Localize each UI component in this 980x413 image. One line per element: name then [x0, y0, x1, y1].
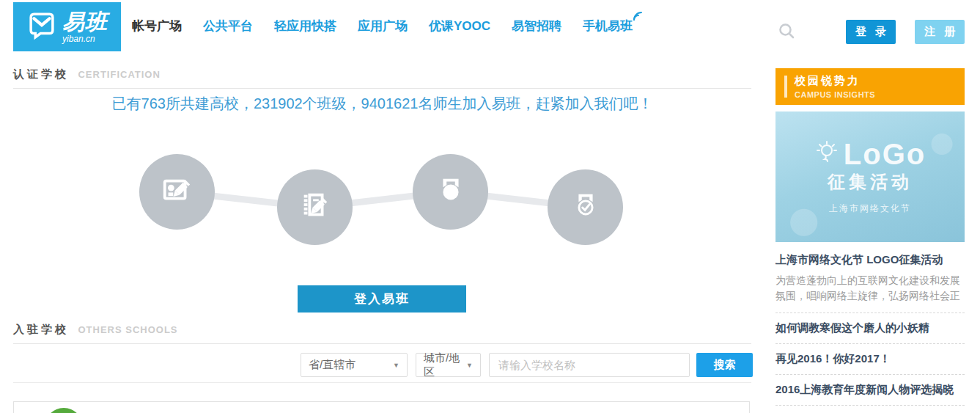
yiban-logo[interactable]: 易班 yiban.cn [13, 2, 121, 51]
sidebar-header: 校园锐势力 CAMPUS INSIGHTS [775, 68, 965, 105]
nav-item-yooc[interactable]: 优课YOOC [429, 18, 490, 34]
brand-name: 易班 [62, 11, 108, 33]
sidebar-title-cn: 校园锐势力 [795, 74, 965, 88]
others-title-en: OTHERS SCHOOLS [78, 324, 177, 335]
school-name-input[interactable] [489, 353, 690, 377]
news-item[interactable]: 上海市网络文化节 LOGO征集活动 为营造蓬勃向上的互联网文化建设和发展氛围，唱… [775, 245, 965, 313]
search-button[interactable]: 搜索 [696, 353, 753, 377]
join-stats-text: 已有763所共建高校，231902个班级，9401621名师生加入易班，赶紧加入… [13, 94, 751, 114]
news-title: 2016上海教育年度新闻人物评选揭晓 [775, 383, 965, 396]
sidebar-header-accent-bar [784, 76, 787, 98]
city-select[interactable]: 城市/地区 ▼ [416, 353, 481, 377]
signal-icon [633, 10, 643, 25]
chevron-down-icon: ▼ [466, 362, 473, 369]
news-title: 上海市网络文化节 LOGO征集活动 [775, 253, 965, 266]
certificate-edit-icon [161, 174, 194, 211]
province-select[interactable]: 省/直辖市 ▼ [301, 353, 408, 377]
news-title: 再见2016！你好2017！ [775, 352, 965, 365]
news-desc: 为营造蓬勃向上的互联网文化建设和发展氛围，唱响网络主旋律，弘扬网络社会正 [775, 273, 965, 304]
page-root: 易班 yiban.cn 帐号广场 公共平台 轻应用快搭 应用广场 优课YOOC … [0, 0, 980, 413]
step-circle-register [139, 154, 215, 230]
logo-text: 易班 yiban.cn [62, 11, 108, 43]
step-circle-fill-info [277, 169, 353, 245]
news-item[interactable]: 春节要来了！你准备好回家了吗？ [775, 406, 965, 413]
city-select-value: 城市/地区 [424, 351, 460, 379]
section-divider [13, 382, 751, 383]
banner-logo-text: LoGo [844, 139, 926, 169]
news-item[interactable]: 如何调教寒假这个磨人的小妖精 [775, 313, 965, 344]
certification-title-cn: 认证学校 [13, 67, 69, 80]
nav-item-recruit[interactable]: 易智招聘 [512, 18, 561, 34]
login-button[interactable]: 登 录 [846, 20, 896, 44]
chevron-down-icon: ▼ [393, 362, 399, 369]
certification-section-heading: 认证学校 CERTIFICATION [13, 67, 751, 89]
news-item[interactable]: 再见2016！你好2017！ [775, 344, 965, 375]
province-select-value: 省/直辖市 [309, 358, 355, 372]
enter-yiban-button[interactable]: 登入易班 [298, 285, 466, 313]
main-nav: 帐号广场 公共平台 轻应用快搭 应用广场 优课YOOC 易智招聘 手机易班 [132, 0, 633, 51]
nav-item-app-plaza[interactable]: 应用广场 [358, 18, 408, 34]
nav-item-public-platform[interactable]: 公共平台 [203, 18, 253, 34]
campaign-banner[interactable]: LoGo 征集活动 上海市网络文化节 [775, 112, 965, 242]
news-item[interactable]: 2016上海教育年度新闻人物评选揭晓 [775, 375, 965, 406]
nav-item-light-apps[interactable]: 轻应用快搭 [274, 18, 336, 34]
yiban-logo-icon [26, 10, 57, 44]
step-circle-medal [413, 154, 488, 230]
register-button[interactable]: 注 册 [915, 20, 965, 44]
nav-item-account-plaza[interactable]: 帐号广场 [132, 18, 182, 34]
banner-subtitle: 征集活动 [828, 170, 913, 194]
lightbulb-icon [814, 140, 839, 168]
form-edit-icon [298, 189, 332, 226]
sidebar-title-en: CAMPUS INSIGHTS [795, 90, 965, 99]
others-section-heading: 入驻学校 OTHERS SCHOOLS [13, 323, 751, 344]
brand-domain: yiban.cn [62, 34, 108, 43]
school-list-card [13, 401, 750, 413]
banner-caption: 上海市网络文化节 [829, 202, 911, 215]
news-list: 上海市网络文化节 LOGO征集活动 为营造蓬勃向上的互联网文化建设和发展氛围，唱… [775, 245, 965, 413]
news-title: 如何调教寒假这个磨人的小妖精 [775, 321, 965, 335]
medal-check-icon [569, 189, 603, 226]
others-title-cn: 入驻学校 [13, 323, 69, 335]
nav-item-mobile-label: 手机易班 [583, 19, 633, 33]
certification-title-en: CERTIFICATION [78, 69, 160, 80]
step-circle-verified [548, 169, 623, 245]
medal-icon [434, 174, 468, 211]
search-icon[interactable] [778, 22, 795, 40]
nav-item-mobile[interactable]: 手机易班 [583, 18, 633, 34]
sidebar: 校园锐势力 CAMPUS INSIGHTS LoGo [775, 68, 965, 105]
